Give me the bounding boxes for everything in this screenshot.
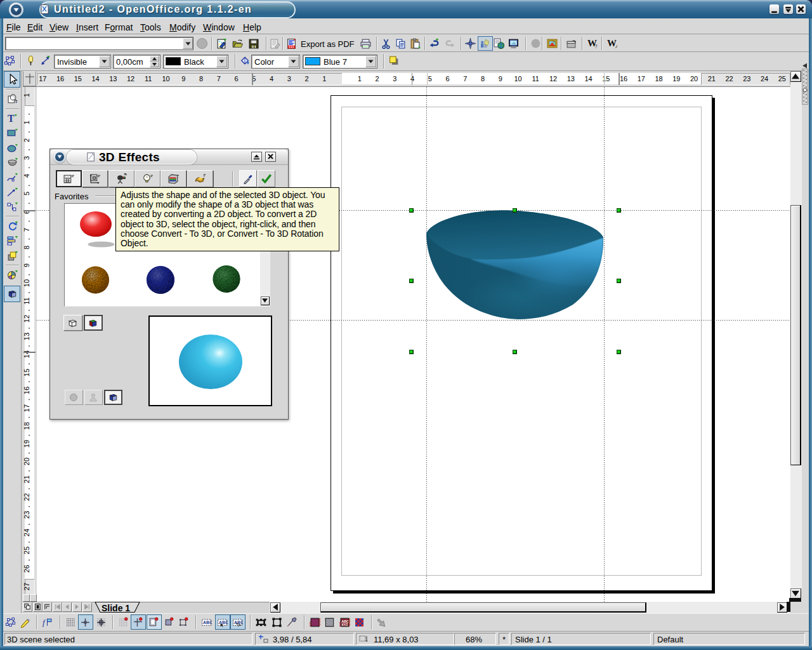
svg-text:16: 16 [23, 387, 30, 394]
svg-text:25: 25 [23, 547, 30, 554]
svg-text:26: 26 [23, 565, 30, 573]
svg-text:1: 1 [23, 121, 30, 124]
svg-text:13: 13 [23, 333, 30, 340]
svg-text:15: 15 [23, 369, 30, 376]
svg-text:21: 21 [23, 475, 30, 483]
svg-text:7: 7 [23, 228, 30, 232]
svg-text:17: 17 [23, 404, 30, 412]
svg-text:↗: ↗ [615, 43, 617, 49]
svg-text:8: 8 [23, 246, 30, 249]
svg-text:19: 19 [23, 440, 30, 448]
svg-text:23: 23 [23, 511, 30, 519]
svg-text:18: 18 [23, 422, 30, 430]
svg-text:?: ? [595, 43, 598, 49]
svg-text:XYZ: XYZ [341, 623, 348, 627]
svg-text:3: 3 [23, 156, 30, 160]
svg-text:4: 4 [23, 174, 30, 178]
svg-text:20: 20 [23, 458, 30, 465]
svg-text:5: 5 [23, 192, 30, 196]
svg-text:27: 27 [23, 583, 30, 590]
svg-text:22: 22 [23, 493, 30, 501]
svg-text:T: T [8, 113, 15, 124]
svg-text:10: 10 [23, 279, 30, 287]
svg-text:ABC: ABC [203, 620, 212, 625]
svg-text:9: 9 [23, 263, 30, 267]
svg-text:12: 12 [23, 315, 30, 322]
svg-text:2: 2 [23, 138, 30, 142]
svg-text:f: f [43, 618, 46, 627]
svg-text:11: 11 [23, 297, 30, 304]
svg-text:1: 1 [23, 93, 30, 97]
svg-text:24: 24 [23, 529, 30, 536]
